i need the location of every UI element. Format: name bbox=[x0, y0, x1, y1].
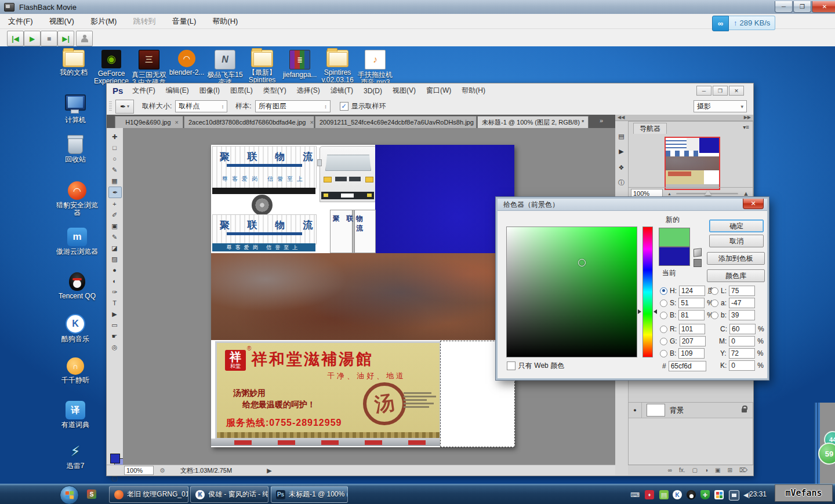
hue-arrow-right[interactable] bbox=[654, 309, 657, 314]
zoom-in-icon[interactable]: ▲ bbox=[743, 190, 749, 197]
hex-input[interactable]: 65cf6d bbox=[669, 361, 706, 371]
crop-tool[interactable]: ▦ bbox=[108, 176, 121, 186]
hue-arrow-left[interactable] bbox=[638, 309, 641, 314]
zoom-out-icon[interactable]: ▲ bbox=[667, 192, 671, 196]
blur-tool[interactable]: ● bbox=[108, 265, 121, 275]
adjustment-layer-icon[interactable]: ◑ bbox=[705, 467, 708, 473]
ps-menu-edit[interactable]: 编辑(E) bbox=[166, 86, 189, 96]
lasso-tool[interactable]: ○ bbox=[108, 154, 121, 164]
history-panel-icon[interactable]: ▤ bbox=[616, 132, 626, 141]
layer-mask-icon[interactable]: ▢ bbox=[692, 467, 698, 473]
stop-button[interactable]: ■ bbox=[41, 31, 57, 46]
c-input[interactable]: 60 bbox=[729, 324, 756, 334]
navigator-tab[interactable]: 导航器 bbox=[633, 123, 667, 134]
type-tool[interactable]: T bbox=[108, 298, 121, 308]
delete-layer-icon[interactable]: ⌦ bbox=[739, 467, 747, 473]
marquee-tool[interactable]: □ bbox=[108, 143, 121, 153]
dialog-close-button[interactable]: ✕ bbox=[743, 199, 764, 209]
show-ring-checkbox[interactable]: ✓ bbox=[340, 102, 348, 111]
status-menu-arrow[interactable]: ▶ bbox=[267, 467, 271, 474]
close-button[interactable]: ✕ bbox=[812, 1, 835, 13]
ps-menu-window[interactable]: 窗口(W) bbox=[426, 86, 451, 96]
desktop-icon-jiefangpa[interactable]: ≣ jiefangpa... bbox=[281, 50, 319, 79]
l-radio[interactable] bbox=[711, 287, 718, 295]
desktop-icon-geforce[interactable]: ◉ GeForce Experience bbox=[92, 50, 130, 85]
k-input[interactable]: 0 bbox=[729, 360, 755, 371]
lab-b-input[interactable]: 39 bbox=[729, 310, 755, 320]
ps-menu-3d[interactable]: 3D(D) bbox=[364, 87, 382, 95]
foreground-color-swatch[interactable] bbox=[110, 454, 120, 463]
security-icon[interactable]: ♦ bbox=[645, 490, 654, 499]
taskbar-button-photoshop[interactable]: Ps 未标题-1 @ 100% (... bbox=[271, 486, 348, 503]
b-radio[interactable] bbox=[660, 312, 667, 319]
tray-clock[interactable]: 23:31 bbox=[749, 490, 767, 498]
tab-close-icon[interactable]: × bbox=[310, 119, 313, 126]
ps-minimize-button[interactable]: ─ bbox=[696, 86, 711, 96]
panel-collapse-bar[interactable]: ◀◀▶▶ bbox=[615, 115, 753, 121]
background-layer-row[interactable]: ● 背景 bbox=[629, 403, 753, 418]
app-grid-icon[interactable] bbox=[714, 490, 724, 499]
menu-view[interactable]: 视图(V) bbox=[49, 16, 74, 27]
h-input[interactable]: 124 bbox=[679, 286, 705, 296]
menu-movie[interactable]: 影片(M) bbox=[90, 16, 117, 27]
desktop-icon-youdao[interactable]: 译 有道词典 bbox=[56, 401, 95, 429]
stamp-tool[interactable]: ▣ bbox=[108, 221, 121, 231]
color-libraries-button[interactable]: 颜色库 bbox=[707, 269, 765, 282]
h-radio[interactable] bbox=[660, 287, 667, 295]
gradient-tool[interactable]: ▨ bbox=[108, 254, 121, 264]
tab-doc1[interactable]: H1Q9e&690.jpg× bbox=[115, 116, 183, 128]
desktop-icon-kugou[interactable]: K 酷狗音乐 bbox=[56, 314, 95, 343]
taskbar-button-kugou[interactable]: K 俊雄 - 窗风的话 - 纯... bbox=[190, 486, 268, 503]
move-tool[interactable]: ✚ bbox=[108, 132, 121, 142]
link-layers-icon[interactable]: ∞ bbox=[668, 467, 672, 473]
brush-tool[interactable]: ✐ bbox=[108, 210, 121, 220]
eyedropper-tool[interactable]: ✒ bbox=[108, 187, 122, 198]
skip-end-button[interactable]: ▶| bbox=[57, 31, 74, 46]
ps-menu-image[interactable]: 图像(I) bbox=[199, 86, 220, 96]
desktop-icon-my-documents[interactable]: 我的文档 bbox=[55, 50, 93, 76]
r-radio[interactable] bbox=[660, 326, 667, 333]
ps-menu-layer[interactable]: 图层(L) bbox=[230, 86, 253, 96]
eraser-tool[interactable]: ◪ bbox=[108, 243, 121, 253]
shield-icon[interactable]: ✚ bbox=[700, 490, 710, 499]
healing-tool[interactable]: + bbox=[108, 199, 121, 209]
keyboard-icon[interactable]: ⌨ bbox=[630, 490, 640, 499]
ps-menu-filter[interactable]: 滤镜(T) bbox=[331, 86, 353, 96]
desktop-icon-maxthon[interactable]: m 傲游云浏览器 bbox=[56, 228, 98, 255]
layer-thumbnail[interactable] bbox=[647, 404, 665, 417]
zoom-tool[interactable]: ◎ bbox=[108, 342, 121, 352]
options-grip[interactable] bbox=[109, 101, 112, 112]
clone-source-panel-icon[interactable]: ❖ bbox=[616, 163, 626, 173]
tab-close-icon[interactable]: × bbox=[175, 119, 179, 126]
actions-panel-icon[interactable]: ▶ bbox=[616, 147, 626, 156]
status-zoom-field[interactable]: 100% bbox=[124, 466, 154, 475]
new-layer-icon[interactable]: ⊞ bbox=[727, 467, 732, 473]
desktop-icon-computer[interactable]: 计算机 bbox=[56, 94, 95, 124]
ps-menu-select[interactable]: 选择(S) bbox=[297, 86, 320, 96]
webcam-button[interactable] bbox=[76, 31, 93, 46]
desktop-icon-ttplayer[interactable]: ∩ 千千静听 bbox=[56, 357, 95, 384]
s-radio[interactable] bbox=[660, 300, 667, 307]
b2-radio[interactable] bbox=[660, 350, 667, 357]
desktop-icon-nfs15[interactable]: N 极品飞车15 变速 bbox=[206, 50, 244, 86]
cancel-button[interactable]: 取消 bbox=[709, 235, 764, 247]
play-button[interactable]: ▶ bbox=[24, 31, 41, 46]
lab-b-radio[interactable] bbox=[711, 312, 718, 319]
ps-menu-file[interactable]: 文件(F) bbox=[132, 86, 155, 96]
history-brush-tool[interactable]: ✎ bbox=[108, 232, 121, 242]
pen-tool[interactable]: ✑ bbox=[108, 287, 121, 297]
desktop-icon-recycle-bin[interactable]: 回收站 bbox=[56, 134, 95, 163]
panel-menu-icon[interactable]: ▾≡ bbox=[743, 124, 749, 130]
desktop-icon-spintires-new[interactable]: 【最新】 Spintires bbox=[243, 50, 281, 84]
tab-doc4-active[interactable]: 未标题-1 @ 100% (图层 2, RGB/8) *× bbox=[477, 116, 589, 128]
info-panel-icon[interactable]: ⓘ bbox=[616, 178, 626, 188]
path-select-tool[interactable]: ▶ bbox=[108, 309, 121, 319]
maximize-button[interactable]: ❐ bbox=[793, 1, 811, 13]
web-only-checkbox[interactable] bbox=[507, 361, 515, 370]
desktop-icon-cheetah-browser[interactable]: ◠ 猎豹安全浏览器 bbox=[56, 181, 98, 217]
active-tool-box[interactable]: ✒ ▾ bbox=[115, 100, 134, 114]
desktop-icon-spintires[interactable]: Spintires v.02.03.16 bbox=[318, 50, 357, 84]
b2-input[interactable]: 109 bbox=[678, 348, 705, 359]
layer-style-icon[interactable]: fx. bbox=[679, 467, 685, 473]
current-color-swatch[interactable] bbox=[659, 247, 690, 266]
